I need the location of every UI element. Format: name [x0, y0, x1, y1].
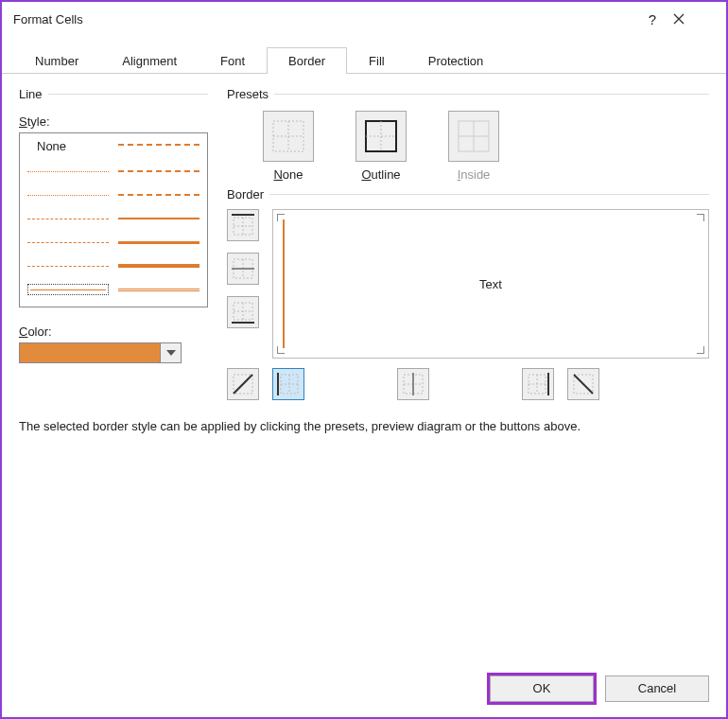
window-title: Format Cells [13, 12, 632, 26]
tab-strip: Number Alignment Font Border Fill Protec… [2, 36, 726, 74]
preset-outline-icon [356, 112, 406, 161]
preset-inside-icon [449, 112, 498, 161]
preset-none-button[interactable] [263, 111, 314, 162]
border-preview[interactable]: Text [272, 209, 709, 359]
preset-none-caption: None [255, 167, 321, 182]
tab-number[interactable]: Number [13, 47, 100, 74]
line-style-none[interactable]: None [27, 139, 109, 153]
preset-outline-button[interactable] [355, 111, 407, 162]
border-group-label: Border [227, 187, 264, 202]
svg-line-21 [234, 375, 252, 394]
line-style-option[interactable] [27, 213, 109, 224]
line-style-option[interactable] [118, 237, 199, 248]
border-left-button[interactable] [272, 368, 304, 400]
tab-font[interactable]: Font [199, 47, 267, 74]
border-diagonal-up-button[interactable] [227, 368, 259, 400]
line-style-option[interactable] [27, 189, 109, 201]
line-style-option[interactable] [118, 213, 199, 224]
presets-group-label: Presets [227, 87, 269, 101]
cancel-button[interactable]: Cancel [605, 675, 709, 702]
tab-alignment[interactable]: Alignment [100, 47, 199, 74]
close-button[interactable] [673, 13, 715, 25]
border-bottom-icon [228, 297, 258, 327]
preview-text: Text [479, 277, 502, 291]
tab-fill[interactable]: Fill [347, 47, 407, 74]
tab-protection[interactable]: Protection [407, 47, 506, 74]
color-dropdown-button[interactable] [161, 342, 182, 363]
preset-outline-caption: Outline [348, 167, 414, 182]
format-cells-dialog: Format Cells ? Number Alignment Font Bor… [0, 0, 728, 719]
line-style-option[interactable] [118, 260, 199, 272]
preset-inside-button[interactable] [448, 111, 499, 162]
preview-left-border [283, 219, 285, 348]
line-style-option-selected[interactable] [27, 284, 109, 295]
border-left-icon [273, 369, 303, 399]
line-style-option[interactable] [118, 166, 199, 177]
help-button[interactable]: ? [632, 11, 673, 27]
style-label: Style: [19, 114, 208, 129]
diagonal-up-icon [228, 369, 258, 399]
svg-line-34 [574, 375, 593, 394]
color-label: Color: [19, 324, 208, 339]
ok-button[interactable]: OK [490, 675, 594, 702]
line-style-option[interactable] [118, 284, 199, 295]
line-style-option[interactable] [118, 139, 199, 150]
chevron-down-icon [166, 350, 176, 356]
color-swatch[interactable] [19, 342, 161, 363]
preset-none-icon [264, 112, 313, 161]
border-right-icon [523, 369, 553, 399]
line-style-option[interactable] [27, 166, 109, 177]
border-top-button[interactable] [227, 209, 259, 241]
line-group: Line Style: None [19, 87, 208, 400]
diagonal-down-icon [568, 369, 598, 399]
hint-text: The selected border style can be applied… [2, 400, 726, 433]
border-top-icon [228, 210, 258, 240]
border-vinside-icon [398, 369, 428, 399]
titlebar: Format Cells ? [2, 2, 726, 36]
tab-border[interactable]: Border [267, 47, 347, 74]
border-vertical-inside-button[interactable] [397, 368, 429, 400]
border-bottom-button[interactable] [227, 296, 259, 328]
line-style-option[interactable] [118, 189, 199, 201]
line-style-option[interactable] [27, 237, 109, 248]
border-right-button[interactable] [522, 368, 554, 400]
border-horizontal-inside-button[interactable] [227, 253, 259, 285]
line-group-label: Line [19, 87, 43, 101]
line-style-list[interactable]: None [19, 132, 208, 307]
border-hinside-icon [228, 254, 258, 284]
border-diagonal-down-button[interactable] [567, 368, 599, 400]
preset-inside-caption: Inside [441, 167, 507, 182]
line-style-option[interactable] [27, 260, 109, 272]
